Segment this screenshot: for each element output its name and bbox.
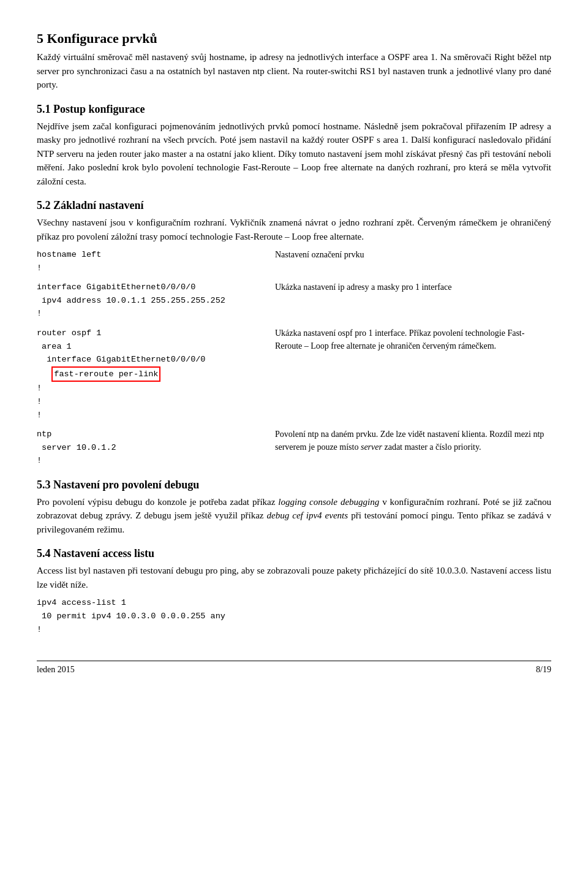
code-line: ! xyxy=(37,623,551,637)
code-line: hostname left xyxy=(37,248,263,262)
section-5-1-para-1: Nejdříve jsem začal konfiguraci pojmenov… xyxy=(37,119,551,189)
config-code-ntp: ntp server 10.0.1.2 ! xyxy=(37,428,263,468)
code-line: ! xyxy=(37,307,263,320)
config-row-ntp: ntp server 10.0.1.2 ! Povolení ntp na da… xyxy=(37,428,551,468)
section-5-3-title: 5.3 Nastavení pro povolení debugu xyxy=(37,479,551,491)
section-5-2-title: 5.2 Základní nastavení xyxy=(37,199,551,212)
section-5-4-para-1: Access list byl nastaven při testovaní d… xyxy=(37,564,551,591)
code-line: ntp xyxy=(37,428,263,441)
config-code-hostname: hostname left ! xyxy=(37,248,263,275)
code-line: area 1 xyxy=(37,340,263,354)
code-line: 10 permit ipv4 10.0.3.0 0.0.0.255 any xyxy=(37,610,551,623)
section-5-2-para-1: Všechny nastavení jsou v konfiguračním r… xyxy=(37,216,551,243)
section-5-title: 5 Konfigurace prvků xyxy=(37,31,551,47)
code-line: ! xyxy=(37,409,263,422)
code-line: ! xyxy=(37,382,263,395)
config-desc-interface: Ukázka nastavení ip adresy a masky pro 1… xyxy=(275,281,551,320)
page-container: 5 Konfigurace prvků Každý virtuální směr… xyxy=(37,31,551,675)
config-code-interface: interface GigabitEthernet0/0/0/0 ipv4 ad… xyxy=(37,281,263,320)
footer-date: leden 2015 xyxy=(37,665,75,675)
page-footer: leden 2015 8/19 xyxy=(37,661,551,675)
code-line: ipv4 address 10.0.1.1 255.255.255.252 xyxy=(37,294,263,308)
footer-page: 8/19 xyxy=(536,665,551,675)
code-line: ! xyxy=(37,454,263,468)
section-5-3-para-1: Pro povolení výpisu debugu do konzole je… xyxy=(37,495,551,537)
config-code-ospf: router ospf 1 area 1 interface GigabitEt… xyxy=(37,327,263,422)
config-desc-ospf: Ukázka nastavení ospf pro 1 interface. P… xyxy=(275,327,551,422)
fast-reroute-command: fast-reroute per-link xyxy=(51,366,160,382)
config-row-hostname: hostname left ! Nastavení označení prvku xyxy=(37,248,551,275)
config-row-interface: interface GigabitEthernet0/0/0/0 ipv4 ad… xyxy=(37,281,551,320)
code-line: router ospf 1 xyxy=(37,327,263,340)
section-5-1-title: 5.1 Postup konfigurace xyxy=(37,103,551,116)
code-line: interface GigabitEthernet0/0/0/0 xyxy=(37,353,263,366)
section-5-4-title: 5.4 Nastavení access listu xyxy=(37,547,551,560)
code-line: interface GigabitEthernet0/0/0/0 xyxy=(37,281,263,294)
config-desc-hostname: Nastavení označení prvku xyxy=(275,248,551,275)
section-5-para-1: Každý virtuální směrovač měl nastavený s… xyxy=(37,50,551,92)
code-line: ipv4 access-list 1 xyxy=(37,596,551,610)
code-line: server 10.0.1.2 xyxy=(37,441,263,455)
config-row-ospf: router ospf 1 area 1 interface GigabitEt… xyxy=(37,327,551,422)
access-list-code: ipv4 access-list 1 10 permit ipv4 10.0.3… xyxy=(37,596,551,636)
config-desc-ntp: Povolení ntp na daném prvku. Zde lze vid… xyxy=(275,428,551,468)
code-line: ! xyxy=(37,262,263,275)
code-line: ! xyxy=(37,395,263,409)
code-line-highlighted: fast-reroute per-link xyxy=(37,366,263,382)
